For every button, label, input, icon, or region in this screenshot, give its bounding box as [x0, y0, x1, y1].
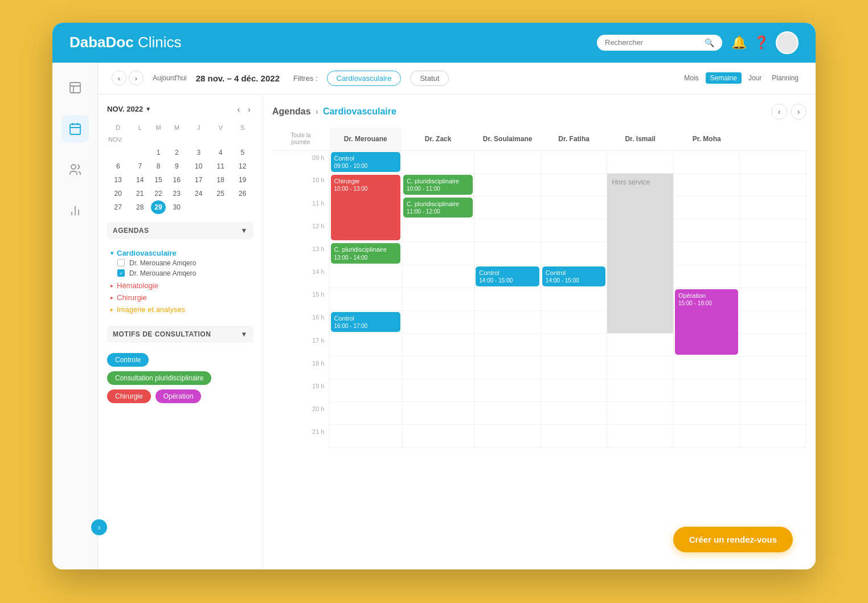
checkbox-1[interactable]: [117, 259, 125, 266]
cell-zack-11[interactable]: C. pluridisciplinaire 11:00 - 12:00: [402, 196, 474, 219]
cell-ismail-18[interactable]: [607, 356, 674, 379]
cell-soulaimane-16[interactable]: [474, 310, 541, 333]
motif-controle[interactable]: Controle: [107, 353, 149, 367]
cal-day[interactable]: 30: [166, 200, 188, 214]
cell-moha-10[interactable]: [673, 173, 740, 196]
cell-fatiha-12[interactable]: [541, 219, 607, 242]
cell-moha-14[interactable]: [673, 265, 740, 288]
cell-zack-14[interactable]: [402, 265, 474, 288]
cell-merouane-10[interactable]: Chirurgie 10:00 - 13:00: [329, 173, 402, 242]
motif-chirurgie[interactable]: Chirurgie: [107, 389, 151, 403]
avatar[interactable]: [776, 31, 799, 54]
calendar-scroll[interactable]: Toute lajournée Dr. Merouane Dr. Zack Dr…: [272, 128, 806, 448]
cell-merouane-09[interactable]: Control 09:00 - 10:00: [329, 150, 402, 173]
cal-day[interactable]: 6: [107, 159, 129, 173]
cell-fatiha-10[interactable]: [541, 173, 607, 196]
filter-cardiovasculaire[interactable]: Cardiovasculaire: [327, 71, 402, 86]
cal-day[interactable]: 16: [166, 173, 188, 187]
cell-empty-13[interactable]: [740, 242, 806, 265]
cell-soulaimane-11[interactable]: [474, 196, 541, 219]
cal-day[interactable]: 17: [188, 173, 210, 187]
agenda-cat-chirurgie[interactable]: ▸ Chirurgie: [107, 292, 253, 303]
event-pluridisciplinaire-11[interactable]: C. pluridisciplinaire 11:00 - 12:00: [403, 198, 473, 218]
cell-empty-11[interactable]: [740, 196, 806, 219]
cal-day[interactable]: 27: [107, 200, 129, 214]
cell-moha-21[interactable]: [673, 425, 740, 448]
motifs-section-header[interactable]: MOTIFS DE CONSULTATION ▼: [107, 326, 253, 343]
cell-empty-19[interactable]: [740, 379, 806, 402]
search-input[interactable]: [605, 38, 700, 47]
today-button[interactable]: Aujourd'hui: [153, 74, 187, 82]
cal-day[interactable]: 21: [129, 187, 152, 200]
cal-day[interactable]: 24: [188, 187, 210, 200]
cal-day[interactable]: 7: [129, 159, 152, 173]
cal-day[interactable]: 9: [166, 159, 188, 173]
cell-soulaimane-17[interactable]: [474, 334, 541, 356]
event-pluridisciplinaire-13[interactable]: C. pluridisciplinaire 13:00 - 14:00: [331, 243, 400, 263]
cell-empty-15[interactable]: [740, 288, 806, 310]
cell-soulaimane-14[interactable]: Control 14:00 - 15:00: [474, 265, 541, 288]
cell-moha-20[interactable]: [673, 402, 740, 425]
cell-empty-21[interactable]: [740, 425, 806, 448]
cell-merouane-13[interactable]: C. pluridisciplinaire 13:00 - 14:00: [329, 242, 402, 265]
cal-day[interactable]: [188, 200, 210, 214]
view-jour[interactable]: Jour: [745, 73, 765, 83]
cell-empty-09[interactable]: [740, 150, 806, 173]
event-control-soulaimane-14[interactable]: Control 14:00 - 15:00: [476, 266, 539, 286]
cal-day[interactable]: [107, 146, 129, 159]
cell-ismail-17[interactable]: [607, 334, 674, 356]
cell-merouane-17[interactable]: [329, 334, 402, 356]
cell-fatiha-13[interactable]: [541, 242, 607, 265]
cell-fatiha-17[interactable]: [541, 334, 607, 356]
checkbox-2[interactable]: ✓: [117, 269, 125, 277]
cell-soulaimane-20[interactable]: [474, 402, 541, 425]
cell-empty-14[interactable]: [740, 265, 806, 288]
cell-merouane-21[interactable]: [329, 425, 402, 448]
cal-day[interactable]: 26: [232, 187, 254, 200]
filter-statut[interactable]: Statut: [410, 71, 449, 86]
agendas-section-header[interactable]: AGENDAS ▼: [107, 222, 253, 239]
cell-zack-10[interactable]: C. pluridisciplinaire 10:00 - 11:00: [402, 173, 474, 196]
cell-merouane-15[interactable]: [329, 288, 402, 310]
cell-merouane-19[interactable]: [329, 379, 402, 402]
cell-zack-13[interactable]: [402, 242, 474, 265]
create-rdv-button[interactable]: Créer un rendez-vous: [673, 527, 793, 552]
cell-fatiha-09[interactable]: [541, 150, 607, 173]
motif-operation[interactable]: Opération: [155, 389, 202, 403]
cell-empty-10[interactable]: [740, 173, 806, 196]
cal-day[interactable]: 15: [151, 173, 166, 187]
agenda-cat-cardiovasculaire[interactable]: ▾ Cardiovasculaire: [107, 247, 253, 259]
event-control-fatiha-14[interactable]: Control 14:00 - 15:00: [542, 266, 606, 286]
cell-fatiha-11[interactable]: [541, 196, 607, 219]
cell-moha-15[interactable]: Opération 15:00 - 18:00: [673, 288, 740, 356]
cal-day[interactable]: 5: [232, 146, 254, 159]
cell-soulaimane-13[interactable]: [474, 242, 541, 265]
cell-zack-09[interactable]: [402, 150, 474, 173]
agenda-sub-item-2[interactable]: ✓ Dr. Merouane Amqero: [117, 269, 253, 277]
cal-day[interactable]: [129, 146, 152, 159]
event-control-09[interactable]: Control 09:00 - 10:00: [331, 152, 400, 172]
view-mois[interactable]: Mois: [681, 73, 702, 83]
nav-item-calendar[interactable]: [62, 115, 89, 142]
cell-fatiha-21[interactable]: [541, 425, 607, 448]
cal-prev-btn[interactable]: ‹: [771, 104, 787, 120]
cell-empty-16[interactable]: [740, 310, 806, 333]
cal-day[interactable]: [232, 200, 254, 214]
cell-ismail-19[interactable]: [607, 379, 674, 402]
cell-zack-16[interactable]: [402, 310, 474, 333]
help-icon[interactable]: ❓: [754, 35, 769, 50]
cell-fatiha-14[interactable]: Control 14:00 - 15:00: [541, 265, 607, 288]
view-planning[interactable]: Planning: [768, 73, 802, 83]
cal-day[interactable]: 11: [210, 159, 232, 173]
cell-soulaimane-09[interactable]: [474, 150, 541, 173]
cal-day[interactable]: 13: [107, 173, 129, 187]
cell-ismail-21[interactable]: [607, 425, 674, 448]
cell-zack-17[interactable]: [402, 334, 474, 356]
cal-day[interactable]: 8: [151, 159, 166, 173]
mini-cal-prev[interactable]: ‹: [235, 104, 243, 115]
event-control-16[interactable]: Control 16:00 - 17:00: [331, 312, 400, 332]
cell-soulaimane-10[interactable]: [474, 173, 541, 196]
mini-cal-dropdown-icon[interactable]: ▼: [145, 106, 151, 112]
cal-day[interactable]: 12: [232, 159, 254, 173]
cal-day[interactable]: 4: [210, 146, 232, 159]
